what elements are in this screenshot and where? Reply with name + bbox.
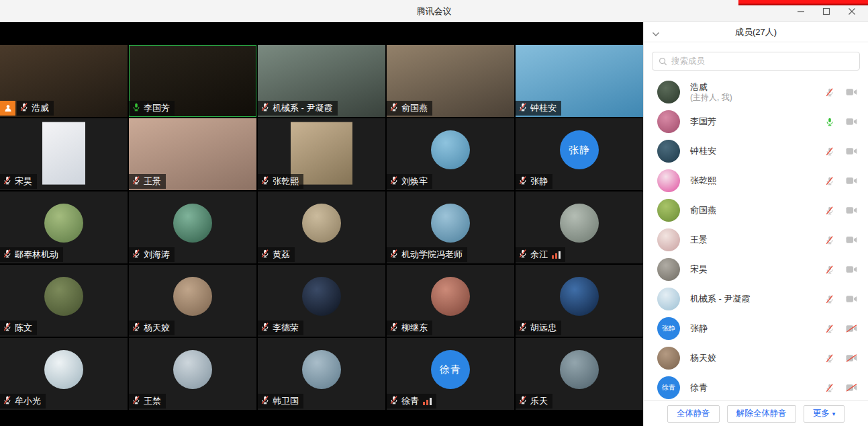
video-tile[interactable]: 余江 xyxy=(516,191,643,263)
minimize-button[interactable] xyxy=(791,3,810,19)
tile-name-tag: 刘海涛 xyxy=(129,247,175,262)
camera-on-icon[interactable] xyxy=(846,265,857,273)
member-name: 浩威 xyxy=(690,82,825,93)
mic-muted-icon xyxy=(260,395,270,407)
mic-muted-icon[interactable] xyxy=(825,235,834,245)
tile-name-tag: 韩卫国 xyxy=(258,394,303,409)
unmute-all-button[interactable]: 解除全体静音 xyxy=(727,405,796,423)
member-row[interactable]: 王景 xyxy=(644,225,868,255)
member-controls xyxy=(825,324,857,334)
camera-on-icon[interactable] xyxy=(846,88,857,96)
member-row[interactable]: 李国芳 xyxy=(644,107,868,136)
mic-muted-icon[interactable] xyxy=(825,353,834,364)
camera-on-icon[interactable] xyxy=(846,236,857,244)
video-tile[interactable]: 王禁 xyxy=(129,338,256,410)
member-row[interactable]: 张静 张静 xyxy=(644,314,868,343)
video-tile[interactable]: 胡远忠 xyxy=(516,265,643,337)
mic-muted-icon[interactable] xyxy=(825,265,834,275)
member-search-box[interactable] xyxy=(652,52,860,71)
video-tile[interactable]: 韩卫国 xyxy=(258,338,385,410)
member-row[interactable]: 浩威 (主持人, 我) xyxy=(644,77,868,107)
camera-off-icon[interactable] xyxy=(846,325,857,333)
video-tile[interactable]: 牟小光 xyxy=(0,338,128,410)
video-tile[interactable]: 杨天姣 xyxy=(129,265,256,337)
member-name: 王景 xyxy=(690,235,825,245)
tile-name-tag: 钟桂安 xyxy=(516,101,561,116)
close-icon xyxy=(848,7,856,15)
mic-muted-icon[interactable] xyxy=(825,324,834,334)
tile-name-tag: 徐青 xyxy=(387,394,436,409)
camera-on-icon[interactable] xyxy=(846,118,857,126)
window-title: 腾讯会议 xyxy=(0,0,868,22)
mic-active-icon[interactable] xyxy=(825,117,834,127)
close-button[interactable] xyxy=(842,3,861,19)
participant-name: 宋昊 xyxy=(15,175,32,187)
member-avatar: 张静 xyxy=(657,317,680,340)
minimize-icon xyxy=(797,7,805,15)
member-avatar xyxy=(657,169,680,192)
member-row[interactable]: 杨天姣 xyxy=(644,343,868,373)
mic-muted-icon[interactable] xyxy=(825,176,834,186)
video-tile[interactable]: 柳继东 xyxy=(387,265,514,337)
video-tile[interactable]: 机动学院冯老师 xyxy=(387,191,514,263)
video-tile[interactable]: 张静 张静 xyxy=(516,118,643,190)
tile-name-tag: 王禁 xyxy=(129,394,166,409)
participant-name: 钟桂安 xyxy=(530,102,557,114)
video-tile[interactable]: 李德荣 xyxy=(258,265,385,337)
video-tile[interactable]: 宋昊 xyxy=(0,118,128,190)
video-tile[interactable]: 刘海涛 xyxy=(129,191,256,263)
camera-on-icon[interactable] xyxy=(846,206,857,214)
member-controls xyxy=(825,87,857,97)
video-tile[interactable]: 鄢奉林机动 xyxy=(0,191,128,263)
tile-name-tag: 余江 xyxy=(516,247,565,262)
mic-muted-icon[interactable] xyxy=(825,294,834,304)
mic-muted-icon[interactable] xyxy=(825,383,834,393)
tile-label-row: 余江 xyxy=(516,247,565,262)
collapse-panel-button[interactable] xyxy=(652,28,660,40)
member-row[interactable]: 钟桂安 xyxy=(644,136,868,166)
participant-avatar xyxy=(431,130,470,169)
video-tile[interactable]: 李国芳 xyxy=(129,45,256,117)
camera-on-icon[interactable] xyxy=(846,147,857,155)
more-button[interactable]: 更多▾ xyxy=(804,405,845,423)
participant-name: 鄢奉林机动 xyxy=(15,249,58,261)
network-signal-icon xyxy=(423,397,432,405)
member-row[interactable]: 俞国燕 xyxy=(644,196,868,225)
member-controls xyxy=(825,294,857,304)
video-tile[interactable]: 乐天 xyxy=(516,338,643,410)
mic-muted-icon[interactable] xyxy=(825,206,834,216)
members-panel-title: 成员(27人) xyxy=(644,22,868,42)
video-tile[interactable]: 徐青 徐青 xyxy=(387,338,514,410)
tile-name-tag: 陈文 xyxy=(0,321,37,335)
video-tile[interactable]: 俞国燕 xyxy=(387,45,514,117)
camera-off-icon[interactable] xyxy=(846,354,857,362)
camera-on-icon[interactable] xyxy=(846,295,857,303)
video-tile[interactable]: 张乾熙 xyxy=(258,118,385,190)
video-tile[interactable]: 浩威 xyxy=(0,45,128,117)
member-row[interactable]: 机械系 - 尹凝霞 xyxy=(644,284,868,314)
tile-name-tag: 机动学院冯老师 xyxy=(387,247,467,262)
member-search-input[interactable] xyxy=(671,56,853,66)
member-avatar: 徐青 xyxy=(657,376,680,399)
mic-muted-icon[interactable] xyxy=(825,87,834,97)
video-tile[interactable]: 钟桂安 xyxy=(516,45,643,117)
video-tile[interactable]: 机械系 - 尹凝霞 xyxy=(258,45,385,117)
camera-on-icon[interactable] xyxy=(846,177,857,185)
member-row[interactable]: 宋昊 xyxy=(644,255,868,284)
participant-avatar xyxy=(560,204,599,243)
mic-muted-icon xyxy=(518,175,528,187)
maximize-button[interactable] xyxy=(817,3,836,19)
video-tile[interactable]: 王景 xyxy=(129,118,256,190)
mic-muted-icon[interactable] xyxy=(825,146,834,157)
participant-avatar xyxy=(173,277,212,316)
video-tile[interactable]: 刘焕牢 xyxy=(387,118,514,190)
camera-off-icon[interactable] xyxy=(846,384,857,392)
member-row[interactable]: 徐青 徐青 xyxy=(644,373,868,400)
video-tile[interactable]: 黄荔 xyxy=(258,191,385,263)
tile-name-tag: 乐天 xyxy=(516,394,552,409)
video-tile[interactable]: 陈文 xyxy=(0,265,128,337)
mute-all-button[interactable]: 全体静音 xyxy=(667,405,720,423)
member-row[interactable]: 张乾熙 xyxy=(644,166,868,196)
member-name: 李国芳 xyxy=(690,116,825,127)
mic-muted-icon xyxy=(260,322,270,334)
